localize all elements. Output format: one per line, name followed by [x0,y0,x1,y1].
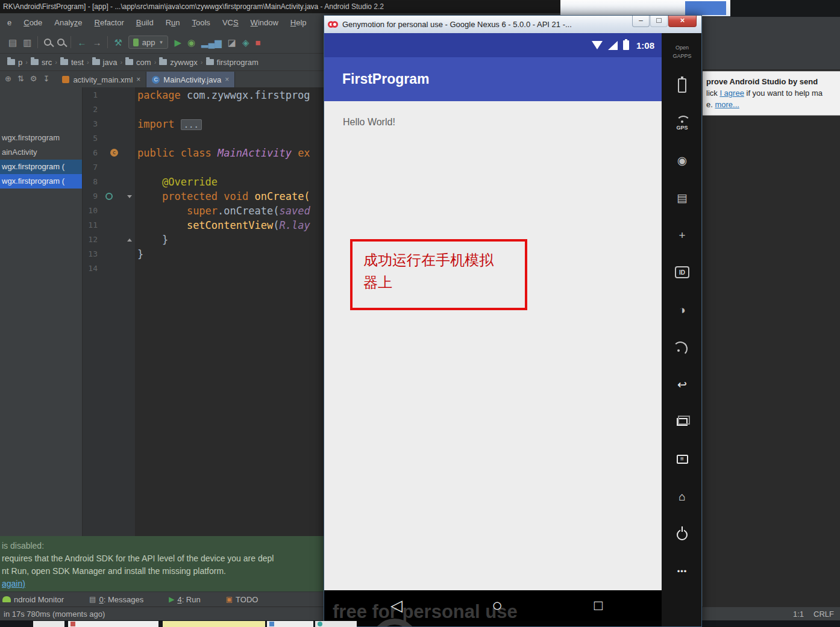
close-button[interactable]: × [668,16,697,27]
project-item[interactable]: wgx.firstprogram ( [0,160,82,174]
attach-debugger-button[interactable]: ◪ [228,38,236,47]
minimize-button[interactable]: – [632,16,650,27]
more-link[interactable]: more... [715,100,739,109]
menu-item[interactable]: Code [17,18,48,27]
open-project-icon[interactable]: ▤ [8,38,17,47]
code-line[interactable]: 12 } [83,232,324,247]
tool-button-android-monitor[interactable]: ndroid Monitor [2,595,64,604]
code-line[interactable]: 10 super.onCreate(saved [83,204,324,218]
i-agree-link[interactable]: I agree [719,89,744,98]
menu-item[interactable]: Run [160,18,186,27]
pin-icon[interactable]: ↧ [43,74,49,83]
tool-button-todo[interactable]: ▣TODO [226,595,259,604]
code-line[interactable]: 7 [83,160,324,175]
menu-item[interactable]: VCS [216,18,245,27]
maximize-button[interactable] [650,16,668,27]
menu-item[interactable]: Analyze [48,18,88,27]
nav-home-icon[interactable]: ⌂ [662,478,702,515]
tab-mainactivity-java[interactable]: C MainActivity.java × [146,72,235,87]
gm-sidebar: OpenGAPPSGPS◉▤+ID◑↩≡⌂••• [662,33,702,627]
close-icon[interactable]: × [225,75,229,84]
code-text [135,160,137,175]
battery-widget-icon[interactable] [662,67,702,104]
menu-item[interactable]: Help [284,18,313,27]
device-id-icon[interactable]: ID [662,254,702,291]
nav-back-icon[interactable]: ↩ [662,366,702,403]
code-line[interactable]: 5 [83,131,324,146]
close-icon[interactable]: × [136,75,140,84]
profiler-button[interactable]: ▂▄▆ [201,38,222,47]
tab-activity-main-xml[interactable]: activity_main.xml × [57,72,146,87]
breadcrumb-item[interactable]: zywwgx [157,58,200,67]
stop-button[interactable]: ■ [255,38,261,47]
breadcrumb-item[interactable]: p [5,58,25,67]
breadcrumb-item[interactable]: com [123,58,154,67]
tool-button-messages[interactable]: ▤0: Messages [89,595,143,604]
code-line[interactable]: 14 [83,261,324,276]
genymotion-title-bar[interactable]: Genymotion for personal use - Google Nex… [324,16,701,33]
run-config-combo[interactable]: app▼ [128,36,169,49]
debug-button[interactable]: ◉ [187,38,195,47]
console-line: requires that the Android SDK for the AP… [2,552,324,565]
breadcrumb-item[interactable]: firstprogram [204,58,261,67]
project-item[interactable]: ainActivity [0,145,82,160]
remote-control-icon[interactable]: + [662,216,702,254]
code-line[interactable]: 3import ... [83,117,324,131]
project-item-selected[interactable]: wgx.firstprogram ( [0,174,82,189]
breadcrumb-item[interactable]: java [90,58,120,67]
retry-link[interactable]: again) [2,579,25,588]
fold-down-icon[interactable] [127,195,132,198]
screen: RK\Android\FirstProgram] - [app] - ...\a… [0,0,840,627]
code-line[interactable]: 8 @Override [83,175,324,189]
coverage-button[interactable]: ◈ [242,38,249,47]
more-options-icon[interactable]: ••• [662,552,702,590]
recent-apps-icon[interactable] [662,403,702,440]
run-icon: ▶ [169,596,174,603]
code-line[interactable]: 6cpublic class MainActivity ex [83,146,324,160]
code-editor[interactable]: 1package com.zywwgx.firstprog23import ..… [83,87,324,536]
battery-charge-icon[interactable]: ◑ [662,291,702,328]
home-nav-icon[interactable]: ○ [482,590,512,620]
network-signal-icon[interactable] [662,328,702,366]
code-line[interactable]: 2 [83,102,324,117]
navigate-icon[interactable]: ⊕ [5,74,11,83]
screencast-icon[interactable]: ▤ [662,179,702,216]
menu-item[interactable]: e [1,18,17,27]
settings-gear-icon[interactable]: ⚙ [30,74,37,83]
gutter [101,117,135,131]
tool-button-run[interactable]: ▶4: Run [169,595,201,604]
menu-item[interactable]: Refactor [89,18,130,27]
camera-widget-icon[interactable]: ◉ [662,142,702,179]
back-arrow-icon[interactable]: ← [77,38,86,47]
line-ending-indicator[interactable]: CRLF [813,610,834,619]
menu-item[interactable]: Window [245,18,284,27]
line-number: 3 [83,117,101,131]
code-line[interactable]: 9 protected void onCreate( [83,189,324,204]
device-screen[interactable]: 1:08 FirstProgram Hello World! 成功运行在手机模拟… [324,33,662,620]
fold-up-icon[interactable] [127,239,132,242]
code-line[interactable]: 1package com.zywwgx.firstprog [83,88,324,102]
menu-item[interactable]: Tools [186,18,216,27]
run-button[interactable]: ▶ [174,38,181,47]
save-all-icon[interactable]: ▥ [23,38,31,47]
right-toolbar-strip [703,17,840,69]
back-nav-icon[interactable]: ◁ [381,590,412,620]
find-in-path-icon[interactable] [57,39,64,46]
recents-nav-icon[interactable]: □ [583,590,613,620]
find-icon[interactable] [44,39,51,46]
project-item[interactable]: wgx.firstprogram [0,131,82,145]
toolbar-separator [107,36,108,48]
nav-menu-icon[interactable]: ≡ [662,440,702,478]
code-line[interactable]: 11 setContentView(R.lay [83,218,324,232]
caret-position[interactable]: 1:1 [793,610,804,619]
forward-arrow-icon[interactable]: → [92,38,101,47]
collapse-all-icon[interactable]: ⇅ [17,74,24,83]
breadcrumb-item[interactable]: test [58,58,86,67]
power-icon[interactable] [662,515,702,552]
breadcrumb-item[interactable]: src [28,58,54,67]
code-line[interactable]: 13} [83,247,324,261]
menu-item[interactable]: Build [130,18,160,27]
make-project-icon[interactable]: ⚒ [114,38,122,47]
gps-widget-icon[interactable]: GPS [662,104,702,142]
genymotion-logo-icon [328,21,338,28]
